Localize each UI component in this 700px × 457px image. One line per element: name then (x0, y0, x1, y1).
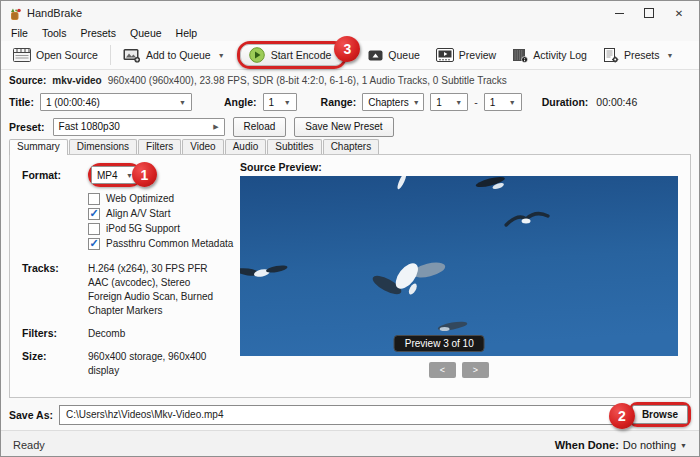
tab-summary[interactable]: Summary (9, 139, 68, 155)
menu-queue[interactable]: Queue (124, 26, 168, 40)
clapperboard-icon (13, 48, 31, 62)
preview-image: Preview 3 of 10 (240, 176, 678, 356)
preview-button[interactable]: Preview (428, 44, 504, 66)
chevron-down-icon: ▼ (455, 99, 462, 106)
tab-filters[interactable]: Filters (138, 139, 181, 154)
chevron-down-icon: ▼ (680, 442, 687, 449)
size-label: Size: (22, 350, 88, 378)
preview-counter-badge: Preview 3 of 10 (394, 335, 485, 352)
title-select[interactable]: 1 (00:00:46) ▼ (40, 93, 192, 111)
preset-row: Preset: Fast 1080p30 ▶ Reload Save New P… (1, 114, 699, 139)
track-line: Chapter Markers (88, 304, 213, 318)
source-label: Source: (9, 75, 46, 86)
range-separator: - (474, 96, 478, 108)
chevron-down-icon: ▼ (509, 99, 516, 106)
add-to-queue-button[interactable]: Add to Queue ▼ (115, 44, 233, 67)
angle-label: Angle: (224, 96, 257, 108)
menu-presets[interactable]: Presets (74, 26, 122, 40)
tab-chapters[interactable]: Chapters (323, 139, 380, 154)
annotation-ring-browse: Browse 2 (629, 402, 691, 427)
handbrake-window: HandBrake File Tools Presets Queue Help … (0, 0, 700, 457)
format-options: Web Optimized Align A/V Start iPod 5G Su… (88, 191, 240, 251)
annotation-step-2: 2 (609, 403, 635, 429)
checkbox-passthru-common-metadata[interactable]: Passthru Common Metadata (88, 236, 240, 251)
filters-value: Decomb (88, 327, 125, 341)
tab-dimensions[interactable]: Dimensions (69, 139, 137, 154)
tab-audio[interactable]: Audio (225, 139, 267, 154)
preset-label: Preset: (9, 121, 45, 133)
tracks-label: Tracks: (22, 262, 88, 318)
annotation-ring-start-encode: Start Encode 3 (237, 41, 348, 69)
activity-log-icon (512, 48, 528, 63)
tab-subtitles[interactable]: Subtitles (267, 139, 321, 154)
minimize-button[interactable] (613, 7, 625, 19)
tab-video[interactable]: Video (182, 139, 223, 154)
source-preview-label: Source Preview: (240, 161, 678, 173)
presets-button[interactable]: Presets ▼ (595, 44, 682, 67)
tracks-summary: Tracks: H.264 (x264), 30 FPS PFR AAC (av… (22, 262, 240, 318)
checkbox-box[interactable] (88, 238, 100, 250)
title-label: Title: (9, 96, 34, 108)
title-row: Title: 1 (00:00:46) ▼ Angle: 1 ▼ Range: … (1, 90, 699, 114)
duration-value: 00:00:46 (596, 96, 637, 108)
next-preview-button[interactable]: > (462, 362, 489, 378)
track-line: AAC (avcodec), Stereo (88, 276, 213, 290)
birds-sky-illustration (240, 176, 678, 356)
format-label: Format: (22, 169, 88, 181)
angle-select[interactable]: 1 ▼ (263, 93, 297, 111)
size-summary: Size: 960x400 storage, 960x400 display (22, 350, 240, 378)
save-new-preset-button[interactable]: Save New Preset (294, 117, 393, 137)
menu-file[interactable]: File (5, 26, 34, 40)
chevron-down-icon: ▼ (218, 52, 225, 59)
checkbox-web-optimized[interactable]: Web Optimized (88, 191, 240, 206)
status-text: Ready (13, 439, 45, 451)
add-to-queue-icon (123, 48, 141, 63)
chevron-down-icon: ▼ (179, 99, 186, 106)
toolbar-separator (110, 45, 111, 65)
title-bar: HandBrake (1, 1, 699, 25)
track-line: H.264 (x264), 30 FPS PFR (88, 262, 213, 276)
window-title: HandBrake (27, 7, 82, 19)
start-encode-button[interactable]: Start Encode (240, 44, 345, 66)
chevron-down-icon: ▼ (667, 52, 674, 59)
save-as-row: Save As: Browse 2 (1, 398, 699, 429)
chevron-right-icon: ▶ (213, 123, 218, 131)
save-as-label: Save As: (9, 409, 53, 421)
annotation-ring-format: MP4 ▼ 1 (88, 163, 142, 187)
save-as-input[interactable] (59, 405, 623, 425)
summary-panel: Format: MP4 ▼ 1 Web Optimized Align A/V … (9, 154, 691, 398)
queue-button[interactable]: Queue (351, 45, 428, 66)
open-source-button[interactable]: Open Source (5, 44, 106, 66)
source-details: 960x400 (960x400), 23.98 FPS, SDR (8-bit… (108, 75, 507, 86)
range-from-select[interactable]: 1 ▼ (430, 93, 468, 111)
browse-button[interactable]: Browse (632, 405, 688, 424)
maximize-button[interactable] (643, 7, 655, 19)
presets-doc-gear-icon (603, 48, 619, 63)
source-name: mkv-video (52, 75, 101, 86)
handbrake-logo-icon (7, 6, 22, 21)
filters-label: Filters: (22, 327, 88, 341)
range-type-select[interactable]: Chapters ▼ (362, 93, 424, 111)
previous-preview-button[interactable]: < (429, 362, 456, 378)
source-info-row: Source: mkv-video 960x400 (960x400), 23.… (1, 70, 699, 90)
chevron-down-icon: ▼ (284, 99, 291, 106)
checkbox-align-av-start[interactable]: Align A/V Start (88, 206, 240, 221)
menu-help[interactable]: Help (170, 26, 204, 40)
annotation-step-1: 1 (132, 162, 157, 187)
tab-strip: Summary Dimensions Filters Video Audio S… (1, 139, 699, 154)
checkbox-box[interactable] (88, 193, 100, 205)
checkbox-box[interactable] (88, 223, 100, 235)
reload-button[interactable]: Reload (233, 117, 287, 137)
chevron-down-icon: ▼ (413, 99, 420, 106)
checkbox-ipod-5g-support[interactable]: iPod 5G Support (88, 221, 240, 236)
duration-label: Duration: (542, 96, 589, 108)
queue-icon (368, 49, 383, 62)
track-line: Foreign Audio Scan, Burned (88, 290, 213, 304)
menu-tools[interactable]: Tools (36, 26, 73, 40)
range-to-select[interactable]: 1 ▼ (484, 93, 522, 111)
activity-log-button[interactable]: Activity Log (504, 44, 595, 67)
when-done-dropdown[interactable]: When Done: Do nothing ▼ (555, 439, 687, 451)
close-button[interactable] (673, 7, 685, 19)
checkbox-box[interactable] (88, 208, 100, 220)
preset-select[interactable]: Fast 1080p30 ▶ (53, 118, 225, 136)
